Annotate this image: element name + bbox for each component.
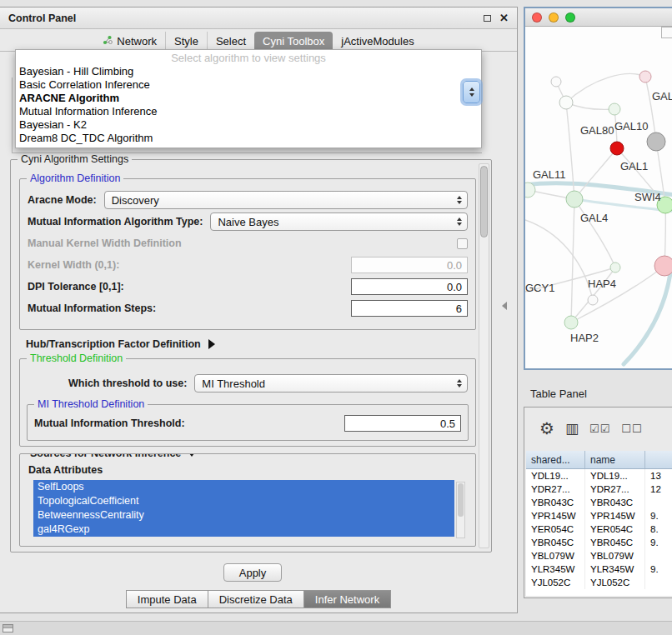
network-node[interactable]	[610, 142, 624, 155]
attribute-item-topologicalcoefficient[interactable]: TopologicalCoefficient	[33, 494, 454, 508]
network-node[interactable]	[551, 77, 561, 87]
table-cell: 8.	[645, 522, 672, 536]
table-row[interactable]: YER054CYER054C8.	[526, 522, 672, 536]
bottom-tab-infer-network[interactable]: Infer Network	[304, 590, 391, 608]
table-row[interactable]: YDR27...YDR27...12	[526, 482, 672, 496]
sources-title-label: Sources for Network Inference	[30, 453, 181, 459]
mi-steps-input[interactable]: 6	[351, 300, 468, 317]
dpi-tolerance-input[interactable]: 0.0	[351, 278, 468, 295]
network-edge[interactable]	[571, 199, 574, 322]
window-controls: ✕	[484, 12, 509, 23]
tab-jactivemodules[interactable]: jActiveModules	[333, 32, 422, 51]
tab-select[interactable]: Select	[207, 32, 254, 51]
network-node[interactable]	[647, 132, 665, 151]
bottom-tab-discretize-data[interactable]: Discretize Data	[208, 590, 304, 608]
table-row[interactable]: YBR045CYBR045C9.	[526, 536, 672, 549]
minimize-button[interactable]	[549, 12, 559, 22]
threshold-definition-title: Threshold Definition	[27, 352, 126, 364]
bottom-tab-impute-data[interactable]: Impute Data	[126, 590, 208, 608]
algorithm-option-bayesian-hill-climbing[interactable]: Bayesian - Hill Climbing	[16, 65, 481, 78]
attributes-scrollbar[interactable]	[456, 482, 465, 538]
hide-columns-icon[interactable]: ☐☐	[621, 423, 642, 434]
algorithm-option-bayesian-k2[interactable]: Bayesian - K2	[16, 118, 481, 132]
table-row[interactable]: YBR043CYBR043C	[526, 496, 672, 509]
tab-network[interactable]: Network	[94, 32, 165, 51]
node-label-gal8: GAL8	[652, 90, 672, 102]
network-node[interactable]	[610, 262, 620, 272]
node-label-gal11: GAL11	[533, 168, 566, 181]
attribute-item-betweennesscentrality[interactable]: BetweennessCentrality	[33, 508, 454, 522]
table-row[interactable]: YDL19...YDL19...13	[526, 469, 672, 482]
network-canvas[interactable]: GAL8GAL80GAL10GAL11GAL1SWI4GAL4GCY1HAP4H…	[525, 27, 672, 368]
kernel-width-input[interactable]: 0.0	[351, 257, 468, 273]
table-cell: YLR345W	[526, 562, 585, 576]
network-edge[interactable]	[571, 266, 664, 322]
network-edge[interactable]	[624, 273, 670, 364]
hub-definition-section[interactable]: Hub/Transcription Factor Definition	[26, 338, 215, 350]
network-edge[interactable]	[574, 148, 617, 199]
tab-cyni-toolbox[interactable]: Cyni Toolbox	[254, 32, 333, 51]
mi-type-row: Mutual Information Algorithm Type: Naive…	[20, 211, 475, 232]
network-edge[interactable]	[574, 199, 615, 268]
dpi-tolerance-row: DPI Tolerance [0,1]: 0.0	[20, 276, 475, 298]
network-node[interactable]	[559, 96, 573, 109]
sources-title[interactable]: Sources for Network Inference	[27, 453, 200, 459]
network-edge[interactable]	[566, 102, 614, 109]
network-node[interactable]	[639, 71, 651, 82]
algorithm-option-dream8-dc-tdc-algorithm[interactable]: Dream8 DC_TDC Algorithm	[16, 132, 481, 145]
attribute-item-gal4rgexp[interactable]: gal4RGexp	[33, 522, 454, 537]
tab-bar: NetworkStyleSelectCyni ToolboxjActiveMod…	[0, 29, 517, 52]
dropdown-arrows-icon	[457, 218, 467, 226]
algorithm-option-mutual-information-inference[interactable]: Mutual Information Inference	[16, 105, 481, 118]
kernel-width-label: Kernel Width (0,1):	[28, 259, 119, 271]
algorithm-options: Bayesian - Hill ClimbingBasic Correlatio…	[16, 65, 481, 145]
aracne-mode-select[interactable]: Discovery	[104, 191, 468, 209]
which-threshold-select[interactable]: MI Threshold	[194, 374, 468, 392]
close-button[interactable]	[532, 12, 542, 22]
mi-type-label: Mutual Information Algorithm Type:	[28, 216, 203, 228]
threshold-definition-group: Threshold Definition Which threshold to …	[19, 358, 476, 447]
table-row[interactable]: YPR145WYPR145W9.	[526, 509, 672, 522]
panel-splitter-arrow[interactable]	[502, 302, 507, 310]
show-columns-icon[interactable]: ☑☑	[589, 423, 610, 434]
attributes-scrollbar-thumb[interactable]	[458, 483, 464, 517]
gear-icon[interactable]: ⚙	[539, 420, 554, 437]
table-row[interactable]: YLR345WYLR345W9.	[526, 562, 672, 576]
table-cell: YJL052C	[526, 576, 585, 589]
table-row[interactable]: YJL052CYJL052C	[526, 576, 672, 589]
network-node[interactable]	[564, 316, 578, 329]
float-window-icon[interactable]	[484, 15, 491, 22]
network-scroll-corner[interactable]	[661, 27, 672, 38]
network-edge[interactable]	[566, 74, 645, 102]
mi-threshold-input[interactable]: 0.5	[344, 415, 461, 432]
network-window-titlebar[interactable]	[525, 8, 672, 27]
algorithm-option-aracne-algorithm[interactable]: ARACNE Algorithm	[16, 92, 481, 105]
table-row[interactable]: YBL079WYBL079W	[526, 549, 672, 562]
attribute-item-selfloops[interactable]: SelfLoops	[33, 480, 454, 494]
minimized-panel-icon[interactable]	[3, 624, 13, 632]
network-node[interactable]	[588, 295, 598, 305]
manual-kernel-checkbox[interactable]	[457, 238, 468, 249]
algorithm-option-basic-correlation-inference[interactable]: Basic Correlation Inference	[16, 78, 481, 92]
control-panel-titlebar[interactable]: Control Panel ✕	[0, 8, 517, 29]
which-threshold-label: Which threshold to use:	[68, 378, 187, 389]
network-node[interactable]	[566, 191, 583, 208]
column-header-shared[interactable]: shared...	[526, 451, 585, 468]
settings-scrollbar[interactable]	[479, 163, 489, 548]
network-node[interactable]	[609, 103, 620, 115]
column-browser-icon[interactable]: ▥	[565, 422, 579, 436]
table-cell: YPR145W	[585, 509, 645, 522]
zoom-button[interactable]	[565, 12, 575, 22]
close-window-icon[interactable]: ✕	[499, 12, 509, 23]
column-header-extra[interactable]	[645, 451, 672, 468]
apply-button[interactable]: Apply	[223, 563, 282, 582]
table-panel-title: Table Panel	[530, 388, 587, 400]
column-header-name[interactable]: name	[585, 451, 645, 468]
dropdown-arrows-icon	[457, 196, 467, 204]
tab-label: Cyni Toolbox	[263, 35, 324, 48]
network-node[interactable]	[654, 256, 672, 276]
algorithm-select-stepper[interactable]	[463, 81, 480, 103]
mi-type-select[interactable]: Naive Bayes	[210, 212, 468, 231]
settings-scrollbar-thumb[interactable]	[480, 166, 488, 238]
tab-style[interactable]: Style	[165, 32, 207, 51]
